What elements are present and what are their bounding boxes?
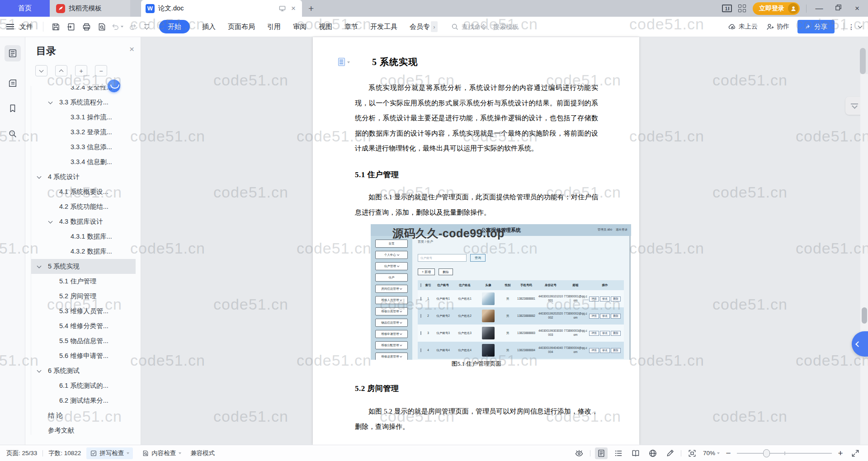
menu-dev-tools[interactable]: 开发工具 (370, 23, 397, 31)
workspace-grid-icon[interactable] (738, 5, 746, 13)
read-mode-icon[interactable] (629, 447, 642, 459)
command-search-input[interactable] (462, 23, 538, 30)
toc-scroll-area[interactable]: 3.2.4 安全性...3.3 系统流程分...3.3.1 操作流...3.3.… (31, 86, 136, 435)
toc-close-icon[interactable]: × (129, 44, 134, 54)
print-preview-icon[interactable] (95, 20, 108, 33)
collapse-ribbon-icon[interactable] (858, 24, 863, 28)
document-canvas[interactable]: 5 系统实现 系统实现部分就是将系统分析，系统设计部分的内容通过编码进行功能实现… (141, 37, 868, 445)
toc-item[interactable]: 5 系统实现 (31, 259, 136, 274)
minimize-button[interactable]: — (813, 4, 826, 13)
collaborate-button[interactable]: 协作 (766, 23, 789, 31)
outline-panel-icon[interactable] (5, 45, 21, 61)
tab-document-active[interactable]: W 论文.doc × (141, 0, 302, 17)
login-button[interactable]: 立即登录 (753, 2, 800, 15)
toc-item[interactable]: 结 论 (31, 408, 136, 423)
toc-collapse-all-button[interactable]: − (95, 65, 107, 76)
toc-item[interactable]: 4.1 系统概要设... (31, 184, 136, 199)
toc-item[interactable]: 3.2.4 安全性... (31, 86, 136, 95)
toc-item[interactable]: 3.3.4 信息删... (31, 155, 136, 169)
toc-item[interactable]: 5.3 维修人员管... (31, 304, 136, 319)
toc-item[interactable]: 5.4 维修分类管... (31, 319, 136, 334)
menu-overflow-arrow[interactable]: › (431, 21, 438, 32)
toc-item[interactable]: 4.3.1 数据库... (31, 229, 136, 244)
compat-mode-label[interactable]: 兼容模式 (190, 449, 215, 457)
toc-item[interactable]: 5.2 房间管理 (31, 289, 136, 304)
zoom-slider-knob[interactable] (763, 449, 770, 457)
fullscreen-icon[interactable] (849, 447, 862, 459)
toc-item[interactable]: 参考文献 (31, 423, 136, 435)
vertical-scrollbar-track[interactable] (860, 74, 868, 461)
toc-expand-all-button[interactable]: + (75, 65, 87, 76)
toc-item[interactable]: 5.1 住户管理 (31, 274, 136, 289)
menu-page-layout[interactable]: 页面布局 (228, 23, 255, 31)
zoom-slider[interactable] (737, 449, 832, 458)
spell-check-button[interactable]: 拼写检查 (86, 447, 133, 459)
more-options-icon[interactable]: ⋮ (847, 23, 856, 31)
chevron-down-icon[interactable] (38, 176, 48, 178)
toc-collapse-up-button[interactable] (55, 65, 67, 76)
vertical-scrollbar-thumb[interactable] (862, 307, 867, 324)
file-menu[interactable]: 文件 (19, 23, 33, 31)
chevron-down-icon[interactable] (38, 266, 48, 268)
page-indicator[interactable]: 页面: 25/33 (6, 449, 37, 457)
toc-item[interactable]: 4 系统设计 (31, 169, 136, 184)
search-panel-icon[interactable] (5, 126, 21, 142)
toc-item[interactable]: 3.3.2 登录流... (31, 125, 136, 140)
page-view-icon[interactable] (595, 447, 608, 459)
toc-item[interactable]: 3.3.3 信息添... (31, 140, 136, 155)
save-icon[interactable] (49, 20, 62, 33)
fit-page-icon[interactable] (686, 447, 698, 459)
undo-icon[interactable] (110, 20, 124, 33)
single-window-icon[interactable]: 1 (722, 5, 732, 12)
web-view-icon[interactable] (646, 447, 659, 459)
scroll-page-widget[interactable] (860, 48, 866, 74)
cloud-sync-button[interactable]: 未上云 (728, 23, 758, 31)
toc-item[interactable]: 6 系统测试 (31, 363, 136, 378)
menu-view[interactable]: 视图 (319, 23, 332, 31)
word-count[interactable]: 字数: 10822 (48, 449, 81, 457)
toc-item[interactable]: 6.2 测试结果分... (31, 393, 136, 408)
eye-protect-icon[interactable] (573, 447, 585, 459)
menu-member[interactable]: 会员专 (410, 23, 430, 31)
toc-item[interactable]: 5.5 物品信息管... (31, 334, 136, 348)
tab-home[interactable]: 首页 (0, 0, 50, 17)
print-icon[interactable] (80, 20, 93, 33)
toc-item[interactable]: 3.3 系统流程分... (31, 95, 136, 110)
menu-start-active[interactable]: 开始 (159, 20, 190, 33)
ink-pen-icon[interactable] (664, 447, 676, 459)
new-tab-button[interactable]: + (302, 0, 320, 17)
share-button[interactable]: 分享 (797, 20, 835, 33)
bookmark-icon[interactable] (5, 100, 21, 117)
toc-item[interactable]: 4.2 系统功能结... (31, 199, 136, 214)
tab-close-icon[interactable]: × (289, 4, 297, 13)
export-icon[interactable] (64, 20, 78, 33)
screen-share-icon[interactable] (279, 5, 286, 12)
content-check-button[interactable]: 内容检查 (138, 447, 185, 459)
restore-button[interactable] (832, 4, 844, 13)
zoom-out-button[interactable]: − (724, 448, 732, 458)
toolbar-collapse-icon[interactable] (144, 24, 149, 29)
command-search[interactable] (451, 23, 538, 31)
paragraph-anchor-icon[interactable] (338, 58, 350, 66)
toc-item[interactable]: 6.1 系统测试的... (31, 378, 136, 393)
chevron-down-icon[interactable] (49, 102, 59, 103)
hamburger-menu-icon[interactable] (6, 24, 14, 29)
zoom-in-button[interactable]: + (836, 448, 844, 458)
chevron-down-icon[interactable] (49, 221, 59, 223)
toc-item[interactable]: 3.3.1 操作流... (31, 110, 136, 125)
zoom-level-button[interactable]: 70% (703, 450, 720, 456)
menu-insert[interactable]: 插入 (202, 23, 216, 31)
toc-expand-down-button[interactable] (35, 65, 47, 76)
style-tag-icon[interactable] (5, 75, 21, 91)
toc-item[interactable]: 4.3 数据库设计 (31, 214, 136, 229)
document-page[interactable]: 5 系统实现 系统实现部分就是将系统分析，系统设计部分的内容通过编码进行功能实现… (313, 37, 639, 445)
close-window-button[interactable]: × (851, 4, 863, 13)
outline-view-icon[interactable] (612, 447, 625, 459)
menu-section[interactable]: 章节 (344, 23, 358, 31)
menu-references[interactable]: 引用 (267, 23, 281, 31)
right-panel-toggle-button[interactable] (852, 331, 868, 357)
redo-icon[interactable] (126, 20, 139, 33)
toc-item[interactable]: 5.6 维修申请管... (31, 348, 136, 363)
menu-review[interactable]: 审阅 (293, 23, 307, 31)
chevron-down-icon[interactable] (38, 370, 48, 372)
